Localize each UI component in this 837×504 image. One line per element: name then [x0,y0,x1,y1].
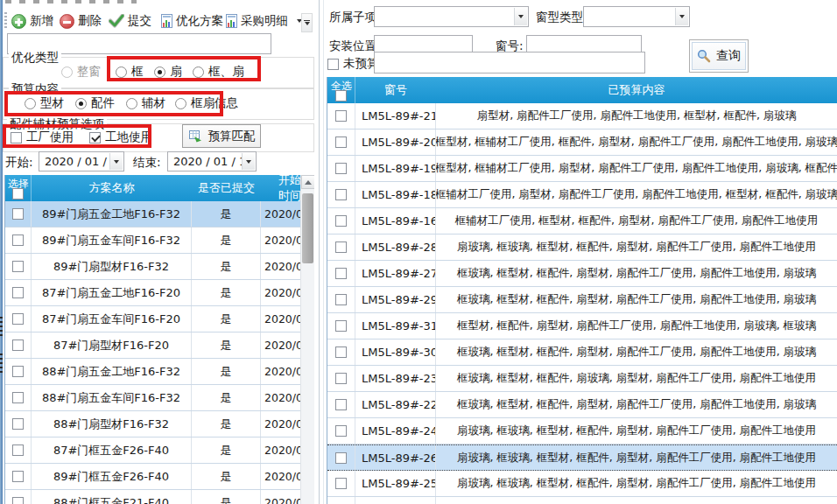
row-checkbox[interactable] [335,136,347,148]
row-checkbox[interactable] [335,163,347,174]
factory-use-checkbox[interactable]: 工厂使用 [11,130,74,145]
radio-accessory[interactable]: 配件 [75,95,115,111]
toolbar-grip[interactable] [4,12,7,30]
row-checkbox[interactable] [12,313,24,325]
scroll-up-button[interactable] [301,175,314,189]
radio-frame-sash[interactable]: 框、扇 [193,64,244,80]
plan-row[interactable]: 87#门扇五金车间F16-F20 是 2020/0 [5,306,301,332]
row-checkbox[interactable] [335,268,347,279]
delete-button[interactable]: 删除 [60,10,102,32]
row-checkbox[interactable] [12,497,24,504]
radio-auxiliary[interactable]: 辅材 [126,95,165,111]
row-checkbox[interactable] [335,320,347,332]
row-checkbox[interactable] [335,478,347,489]
select-all-plans-checkbox[interactable] [12,188,24,200]
plan-row[interactable]: 87#门扇五金工地F16-F20 是 2020/0 [5,280,301,306]
window-type-dropdown[interactable] [583,6,690,27]
add-button[interactable]: 新增 [11,10,53,32]
budgeted-content-column-header[interactable]: 已预算内容 [436,77,837,103]
toolbar-overflow-button[interactable] [301,13,313,32]
radio-icon[interactable] [75,98,87,109]
date-end-picker[interactable]: 2020 / 01 / 13 [167,151,257,172]
dropdown-button[interactable] [675,8,688,25]
budget-row[interactable]: LM5L-89#-22F20 框玻璃, 框型材, 框配件, 扇型材, 扇配件工厂… [327,392,837,418]
row-checkbox[interactable] [335,373,347,384]
checkbox-checked-icon[interactable] [89,132,101,144]
vertical-scrollbar[interactable] [300,175,314,504]
row-checkbox[interactable] [335,242,347,253]
window-no-column-header[interactable]: 窗号 [355,77,436,103]
budget-row[interactable]: LM5L-89#-16F15 框辅材工厂使用, 框型材, 框配件, 扇型材, 扇… [327,208,837,234]
row-checkbox[interactable] [12,471,24,482]
plan-row[interactable]: 89#门扇五金车间F16-F32 是 2020/0 [5,228,301,254]
date-start-picker[interactable]: 2020 / 01 / 1 [39,151,124,172]
row-checkbox[interactable] [335,452,347,464]
row-checkbox[interactable] [12,392,24,403]
plan-row[interactable]: 87#门扇型材F16-F20 是 2020/0 [5,332,301,359]
row-checkbox[interactable] [12,444,24,456]
row-checkbox[interactable] [335,294,347,305]
budget-row[interactable]: LM5L-89#-18F16 框辅材工厂使用, 扇型材, 扇配件工厂使用, 扇配… [327,182,837,208]
sub-item-dropdown[interactable] [374,6,529,27]
radio-sash[interactable]: 扇 [154,64,182,80]
row-checkbox[interactable] [335,189,347,200]
budget-row[interactable]: LM5L-89#-23F21 框玻璃, 框型材, 框配件, 扇玻璃, 扇型材, … [327,366,837,392]
row-checkbox[interactable] [335,215,347,227]
plan-row[interactable]: 89#门扇五金工地F16-F32 是 2020/0 [5,201,301,228]
budget-row[interactable]: LM5L-89#-25F23 扇玻璃, 框玻璃, 框型材, 框配件, 扇型材, … [327,471,837,497]
plan-row[interactable]: 88#门扇五金工地F16-F32 是 2020/0 [5,359,301,385]
row-checkbox[interactable] [335,425,347,437]
checkbox-icon[interactable] [11,132,22,144]
row-checkbox[interactable] [335,399,347,410]
checkbox-icon[interactable] [327,59,339,70]
date-dropdown-button[interactable] [109,153,123,170]
row-checkbox[interactable] [12,418,24,430]
row-checkbox[interactable] [12,340,24,351]
budget-row[interactable]: LM5L-89#-21F19 扇型材, 扇配件工厂使用, 扇配件工地使用, 框型… [327,103,837,130]
radio-icon[interactable] [25,98,36,109]
radio-icon[interactable] [193,66,204,78]
row-checkbox[interactable] [335,110,347,122]
plan-row[interactable]: 89#门框五金F26-F40 是 2020/0 [5,464,301,490]
row-checkbox[interactable] [12,234,24,246]
row-checkbox[interactable] [12,208,24,220]
budget-row[interactable]: LM5L-89#-28F26 扇玻璃, 框玻璃, 框型材, 框配件, 扇型材, … [327,234,837,261]
radio-icon[interactable] [175,98,186,109]
scrollbar-thumb[interactable] [302,193,313,263]
panel-divider[interactable] [319,0,320,504]
plan-row[interactable]: 88#门扇五金车间F16-F32 是 2020/0 [5,385,301,411]
budget-row[interactable]: LM5L-89#-31F29 框型材, 框配件, 扇型材, 扇配件工厂使用, 扇… [327,313,837,340]
row-checkbox[interactable] [12,261,24,272]
budget-row[interactable]: LM5L-89#-24F22 扇玻璃, 框玻璃, 框型材, 框配件, 扇型材, … [327,418,837,444]
budget-row[interactable]: LM5L-89#-27F25 框玻璃, 框型材, 框配件, 扇型材, 扇配件工厂… [327,261,837,287]
budget-row[interactable]: LM5L-89#-30F28 框玻璃, 框型材, 框配件, 扇型材, 扇配件工厂… [327,340,837,366]
submitted-column-header[interactable]: 是否已提交 [192,175,261,201]
budget-row-selected[interactable]: LM5L-89#-26F24 扇玻璃, 框玻璃, 框型材, 框配件, 扇型材, … [327,444,837,471]
radio-profile[interactable]: 型材 [25,95,64,111]
radio-frame[interactable]: 框 [116,64,144,80]
plan-name-column-header[interactable]: 方案名称 [32,175,192,201]
purchase-detail-button[interactable]: 采购明细 [226,10,302,32]
row-checkbox[interactable] [12,287,24,298]
budget-row[interactable]: LM5L-89#-19F17 框型材, 框辅材工厂使用, 扇型材, 扇配件工厂使… [327,156,837,182]
radio-icon[interactable] [154,66,165,78]
plan-row[interactable]: 88#门扇型材F16-F32 是 2020/0 [5,411,301,438]
select-all-windows-checkbox[interactable] [335,90,347,102]
start-column-header[interactable]: 开始时间 [261,175,301,201]
plan-row[interactable]: 89#门扇型材F16-F32 是 2020/0 [5,254,301,280]
submit-button[interactable]: 提交 [109,10,151,32]
radio-icon[interactable] [116,66,127,78]
query-button[interactable]: 查询 [689,39,749,73]
optimize-plan-button[interactable]: 优化方案 [161,10,223,32]
budget-match-button[interactable]: 预算匹配 [182,124,261,148]
radio-frame-sash-info[interactable]: 框扇信息 [175,95,238,111]
not-budgeted-input[interactable] [374,52,645,74]
date-dropdown-button[interactable] [242,153,255,170]
budget-row[interactable]: LM5L-89#-29F27 框玻璃, 框型材, 框配件, 扇型材, 扇配件工厂… [327,287,837,313]
row-checkbox[interactable] [335,346,347,358]
radio-icon[interactable] [126,98,137,109]
row-checkbox[interactable] [12,366,24,377]
budget-row[interactable]: LM5L-89#-20F18 框型材, 框辅材工厂使用, 框配件, 扇型材, 扇… [327,130,837,156]
plan-row[interactable]: 88#门框五金F21-F40 是 2020/0 [5,490,301,504]
plan-row[interactable]: 87#门框五金F26-F40 是 2020/0 [5,438,301,464]
